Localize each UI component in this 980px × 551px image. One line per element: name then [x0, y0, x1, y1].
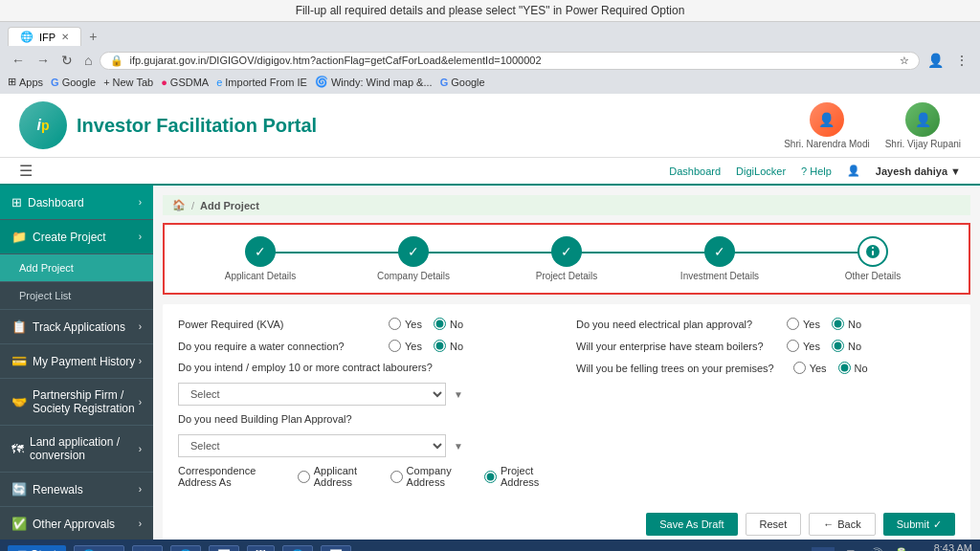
bookmark-windy[interactable]: 🌀 Windy: Wind map &...	[315, 76, 433, 88]
taskbar-app-chrome[interactable]: 🌐	[282, 545, 313, 552]
submit-button[interactable]: Submit ✓	[883, 513, 955, 536]
contract-select[interactable]: Select	[178, 383, 446, 406]
project-address-radio[interactable]	[484, 471, 497, 483]
new-tab-button[interactable]: +	[81, 26, 104, 47]
sidebar-item-track[interactable]: 📋 Track Applications ›	[0, 310, 153, 344]
reset-button[interactable]: Reset	[746, 513, 802, 536]
electrical-yes-radio[interactable]	[787, 318, 799, 330]
sidebar-label-land: Land application / conversion	[30, 435, 139, 462]
dashboard-link[interactable]: Dashboard	[669, 165, 721, 177]
bookmark-google[interactable]: G Google	[51, 77, 96, 88]
taskbar-app-ifp[interactable]: 🌐 IFP	[74, 545, 124, 552]
felling-yes-option[interactable]: Yes	[793, 362, 827, 374]
address-bar[interactable]: 🔒 ifp.gujarat.gov.in/DIGIGOV/digigov.htm…	[100, 52, 920, 70]
dashboard-icon: ⊞	[11, 195, 22, 209]
hamburger-icon[interactable]: ☰	[19, 162, 33, 180]
building-row: Do you need Building Plan Approval?	[178, 413, 557, 425]
contract-row: Do you intend / employ 10 or more contra…	[178, 362, 557, 373]
power-yes-option[interactable]: Yes	[389, 318, 422, 330]
power-yes-radio[interactable]	[389, 318, 401, 330]
help-link[interactable]: ? Help	[801, 165, 832, 177]
profile-button[interactable]: 👤	[924, 51, 947, 70]
electrical-no-option[interactable]: No	[832, 318, 861, 330]
steam-no-label: No	[848, 341, 861, 352]
sidebar-item-payment[interactable]: 💳 My Payment History ›	[0, 344, 153, 379]
felling-no-option[interactable]: No	[838, 362, 868, 374]
steam-label: Will your enterprise have steam boilers?	[576, 341, 768, 352]
taskbar-app-image[interactable]: 🖼	[247, 545, 275, 551]
steam-no-option[interactable]: No	[832, 340, 861, 352]
bookmark-ie[interactable]: e Imported From IE	[216, 77, 307, 88]
bookmark-google2[interactable]: G Google	[440, 77, 485, 88]
start-button[interactable]: ⊞ Start	[8, 545, 66, 551]
electrical-yes-option[interactable]: Yes	[787, 318, 820, 330]
sidebar-label-other-approvals: Other Approvals	[33, 518, 115, 531]
sidebar-item-land[interactable]: 🗺 Land application / conversion ›	[0, 426, 153, 473]
approvals-chevron: ›	[139, 518, 142, 529]
create-project-chevron: ›	[139, 231, 142, 242]
power-no-option[interactable]: No	[434, 318, 463, 330]
lock-icon: 🔒	[110, 55, 123, 67]
battery-icon: 🔋	[893, 547, 909, 551]
applicant-address-option[interactable]: Applicant Address	[298, 465, 379, 488]
building-select-wrapper: Select ▼	[178, 434, 557, 457]
tab-close-button[interactable]: ✕	[61, 32, 69, 42]
payment-chevron: ›	[139, 356, 142, 366]
project-address-option[interactable]: Project Address	[484, 465, 557, 488]
sidebar-item-renewals[interactable]: 🔄 Renewals ›	[0, 473, 153, 507]
company-address-option[interactable]: Company Address	[390, 465, 473, 488]
water-connection-radio-group: Yes No	[389, 340, 463, 352]
sub-header-right: Dashboard DigiLocker ? Help 👤 Jayesh dah…	[669, 165, 961, 177]
cm-name: Shri. Vijay Rupani	[885, 139, 961, 149]
company-address-radio[interactable]	[390, 471, 403, 483]
power-no-radio[interactable]	[434, 318, 446, 330]
home-button[interactable]: ⌂	[80, 51, 96, 70]
user-name[interactable]: Jayesh dahiya ▼	[876, 165, 961, 177]
water-yes-radio[interactable]	[389, 340, 401, 352]
applicant-address-radio[interactable]	[298, 471, 310, 483]
steam-no-radio[interactable]	[832, 340, 844, 352]
sidebar-item-add-project[interactable]: Add Project	[0, 254, 153, 282]
steam-yes-option[interactable]: Yes	[787, 340, 820, 352]
building-select[interactable]: Select	[178, 434, 446, 457]
menu-button[interactable]: ⋮	[951, 51, 972, 70]
felling-no-radio[interactable]	[838, 362, 851, 374]
sidebar-item-project-list[interactable]: Project List	[0, 282, 153, 310]
save-draft-button[interactable]: Save As Draft	[646, 513, 737, 536]
sidebar-item-create-project[interactable]: 📁 Create Project ›	[0, 220, 153, 254]
water-yes-option[interactable]: Yes	[389, 340, 422, 352]
home-icon[interactable]: 🏠	[172, 199, 186, 211]
step-circle-applicant: ✓	[245, 236, 276, 267]
digilocker-link[interactable]: DigiLocker	[736, 165, 786, 177]
taskbar-app-folder[interactable]: 📁	[132, 545, 163, 552]
sidebar-item-other-approvals[interactable]: ✅ Other Approvals ›	[0, 507, 153, 540]
water-no-option[interactable]: No	[434, 340, 463, 352]
electrical-no-radio[interactable]	[832, 318, 844, 330]
bookmark-newtab[interactable]: + New Tab	[103, 77, 153, 88]
felling-no-label: No	[855, 363, 868, 374]
back-button[interactable]: ←	[8, 51, 29, 70]
felling-yes-radio[interactable]	[793, 362, 806, 374]
bookmark-apps[interactable]: ⊞ Apps	[8, 76, 43, 88]
steam-yes-radio[interactable]	[787, 340, 799, 352]
refresh-button[interactable]: ↻	[57, 51, 77, 70]
back-button-form[interactable]: ← Back	[809, 513, 875, 536]
water-no-radio[interactable]	[434, 340, 446, 352]
taskbar-app-ppt[interactable]: 📊	[321, 545, 351, 552]
active-tab[interactable]: 🌐 IFP ✕	[8, 27, 81, 46]
taskbar-app-excel[interactable]: 📊	[209, 545, 239, 552]
step-label-applicant: Applicant Details	[225, 271, 296, 281]
steam-radio-group: Yes No	[787, 340, 861, 352]
breadcrumb-current: Add Project	[200, 200, 259, 211]
sidebar-item-dashboard[interactable]: ⊞ Dashboard ›	[0, 186, 153, 220]
forward-button[interactable]: →	[33, 51, 54, 70]
taskbar-app-browser[interactable]: 🌐	[170, 545, 201, 552]
sub-header: ☰ Dashboard DigiLocker ? Help 👤 Jayesh d…	[0, 158, 980, 186]
bookmark-gsdma[interactable]: ● GSDMA	[161, 77, 209, 88]
star-icon[interactable]: ☆	[900, 55, 909, 67]
language-indicator[interactable]: EN	[812, 547, 834, 551]
sidebar: ⊞ Dashboard › 📁 Create Project › Add Pro…	[0, 186, 153, 540]
cm-avatar: 👤	[905, 102, 940, 137]
app-header: ip Investor Facilitation Portal 👤 Shri. …	[0, 94, 980, 158]
sidebar-item-partnership[interactable]: 🤝 Partnership Firm / Society Registratio…	[0, 379, 153, 426]
